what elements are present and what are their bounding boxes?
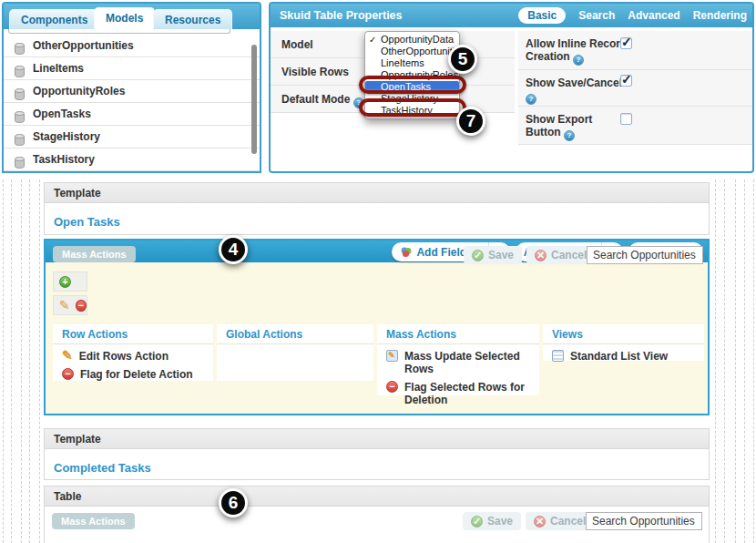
column-title: Global Actions bbox=[217, 324, 373, 344]
properties-title: Skuid Table Properties bbox=[280, 9, 403, 22]
list-item-model[interactable]: StageHistory bbox=[4, 126, 260, 149]
mass-actions-button[interactable]: Mass Actions bbox=[52, 513, 135, 529]
canvas-guide bbox=[744, 179, 745, 543]
model-name: OpenTasks bbox=[33, 108, 91, 120]
global-actions-column: Global Actions bbox=[217, 324, 373, 381]
table-component-open-tasks[interactable]: Table Add Field(s) ▼ Add Features ▼ − bbox=[44, 239, 710, 415]
list-item-view[interactable]: Standard List View bbox=[543, 344, 704, 363]
mass-actions-button[interactable]: Mass Actions bbox=[53, 246, 136, 262]
annotation-ring-taskhistory bbox=[359, 98, 466, 117]
checkmark-icon: ✓ bbox=[621, 35, 632, 49]
save-button[interactable]: ✓ Save bbox=[463, 512, 521, 530]
views-column: Views Standard List View bbox=[543, 324, 704, 361]
tab-components[interactable]: Components bbox=[9, 9, 99, 29]
model-list: OtherOpportunities LineItems Opportunity… bbox=[4, 29, 260, 171]
list-view-icon bbox=[552, 350, 564, 362]
list-item-action[interactable]: − Flag Selected Rows for Deletion bbox=[377, 375, 539, 406]
model-name: TaskHistory bbox=[33, 153, 95, 166]
skuid-page-builder: Components Models Resources OtherOpportu… bbox=[0, 0, 756, 543]
properties-header: Skuid Table Properties Basic Search Adva… bbox=[271, 4, 752, 27]
check-icon: ✓ bbox=[369, 34, 376, 46]
show-save-cancel-label: Show Save/Cancel ? bbox=[526, 77, 628, 105]
step-badge-7: 7 bbox=[456, 107, 485, 136]
template-content-text[interactable]: Completed Tasks bbox=[54, 461, 151, 475]
canvas-guide bbox=[724, 179, 725, 543]
list-item-model[interactable]: OtherOpportunities bbox=[4, 35, 260, 57]
prop-row-export: Show Export Button ? bbox=[518, 107, 752, 145]
component-header: Template bbox=[45, 183, 709, 203]
canvas-guide bbox=[39, 179, 40, 543]
database-icon bbox=[15, 154, 25, 177]
partially-scrolled-row bbox=[8, 29, 230, 34]
mass-update-icon bbox=[386, 350, 398, 362]
annotation-ring-opentasks bbox=[359, 76, 466, 94]
canvas-guide bbox=[29, 179, 30, 543]
model-field-label: Model bbox=[281, 38, 313, 51]
list-item-action[interactable]: − Flag for Delete Action bbox=[53, 363, 213, 381]
show-save-cancel-checkbox[interactable]: ✓ bbox=[620, 75, 632, 87]
elements-panel: Components Models Resources OtherOpportu… bbox=[2, 2, 261, 173]
checkmark-icon: ✓ bbox=[621, 72, 632, 87]
help-icon[interactable]: ? bbox=[564, 130, 575, 141]
list-item-model[interactable]: LineItems bbox=[4, 57, 260, 80]
tab-rendering[interactable]: Rendering bbox=[693, 9, 747, 22]
cancel-x-icon: ✕ bbox=[534, 516, 546, 528]
list-item-model[interactable]: OpenTasks bbox=[4, 103, 260, 126]
menu-item-lineitems[interactable]: LineItems bbox=[365, 57, 459, 69]
component-header: Table bbox=[45, 487, 709, 507]
column-title: Row Actions bbox=[53, 324, 213, 344]
column-title: Views bbox=[543, 324, 704, 344]
pencil-icon[interactable]: ✎ bbox=[59, 300, 70, 312]
tab-resources[interactable]: Resources bbox=[153, 9, 232, 29]
cancel-button[interactable]: ✕ Cancel bbox=[526, 512, 594, 530]
row-actions-column: Row Actions ✎ Edit Rows Action − Flag fo… bbox=[53, 324, 213, 381]
help-icon[interactable]: ? bbox=[526, 94, 536, 105]
prop-row-inline-creation: Allow Inline Record Creation ? ✓ bbox=[518, 31, 752, 70]
canvas-guide bbox=[21, 179, 22, 543]
show-export-checkbox[interactable] bbox=[620, 113, 632, 125]
step-badge-4: 4 bbox=[219, 235, 248, 264]
scrollbar[interactable] bbox=[251, 45, 257, 154]
row-tools-iconbox: ✎ − bbox=[53, 295, 87, 315]
add-row-plus-icon[interactable]: + bbox=[59, 276, 71, 288]
allow-inline-checkbox[interactable]: ✓ bbox=[620, 37, 632, 49]
list-item-model[interactable]: TaskHistory bbox=[4, 149, 260, 171]
delete-minus-icon: − bbox=[386, 381, 398, 393]
search-input[interactable] bbox=[586, 512, 702, 530]
list-item-action[interactable]: ✎ Edit Rows Action bbox=[53, 344, 213, 363]
elements-panel-tabbar: Components Models Resources bbox=[4, 4, 260, 29]
canvas-guide bbox=[11, 179, 12, 543]
default-mode-label: Default Mode bbox=[281, 93, 350, 106]
model-name: OpportunityRoles bbox=[33, 85, 125, 97]
add-row-iconbox: + bbox=[53, 272, 87, 292]
save-check-icon: ✓ bbox=[472, 250, 484, 261]
tab-search[interactable]: Search bbox=[578, 9, 615, 22]
cancel-button[interactable]: ✕ Cancel bbox=[526, 246, 595, 264]
template-content-text[interactable]: Open Tasks bbox=[54, 215, 120, 229]
tab-advanced[interactable]: Advanced bbox=[628, 9, 679, 22]
list-item-model[interactable]: OpportunityRoles bbox=[4, 80, 260, 103]
prop-row-save-cancel: Show Save/Cancel ? ✓ bbox=[518, 70, 752, 107]
help-icon[interactable]: ? bbox=[573, 55, 584, 66]
step-badge-6: 6 bbox=[219, 488, 248, 517]
tab-basic[interactable]: Basic bbox=[518, 7, 566, 24]
canvas-guide bbox=[735, 179, 736, 543]
cancel-x-icon: ✕ bbox=[535, 250, 547, 261]
canvas-guide bbox=[715, 179, 716, 543]
pencil-icon: ✎ bbox=[62, 350, 73, 363]
save-button[interactable]: ✓ Save bbox=[464, 246, 522, 264]
model-name: StageHistory bbox=[33, 130, 100, 143]
menu-item-otheropportunities[interactable]: OtherOpportunities bbox=[365, 46, 459, 57]
delete-minus-icon[interactable]: − bbox=[76, 300, 87, 312]
list-item-action[interactable]: Mass Update Selected Rows bbox=[377, 344, 539, 375]
table-component-completed-tasks[interactable]: Table Mass Actions ✓ Save ✕ Cancel bbox=[44, 486, 710, 543]
search-input[interactable] bbox=[587, 246, 703, 264]
menu-item-opportunitydata[interactable]: ✓ OpportunityData bbox=[365, 34, 459, 46]
save-check-icon: ✓ bbox=[471, 516, 483, 528]
tab-models[interactable]: Models bbox=[94, 7, 155, 29]
canvas-guide bbox=[753, 179, 754, 543]
template-component-open-tasks[interactable]: Template Open Tasks bbox=[44, 182, 710, 235]
delete-minus-icon: − bbox=[62, 368, 74, 380]
template-component-completed-tasks[interactable]: Template Completed Tasks bbox=[44, 428, 710, 480]
allow-inline-label: Allow Inline Record Creation ? bbox=[526, 37, 628, 66]
